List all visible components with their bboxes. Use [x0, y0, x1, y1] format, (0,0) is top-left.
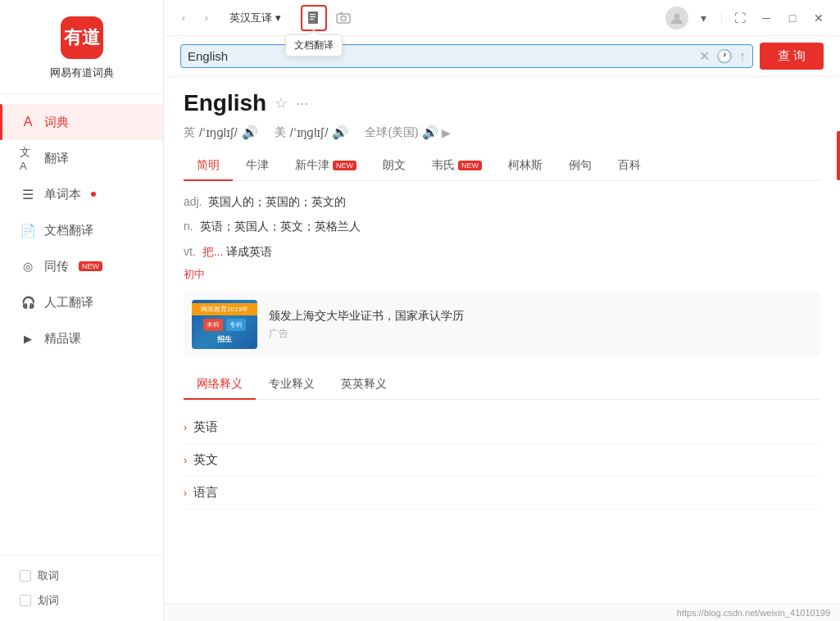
net-item-label-2: 语言: [193, 485, 218, 501]
quci-checkbox-box[interactable]: [20, 570, 31, 582]
ad-tag-bachelor: 本科: [203, 319, 223, 331]
ad-thumb-mid: 本科 专科: [200, 315, 249, 334]
close-button[interactable]: ✕: [807, 7, 830, 29]
quci-checkbox[interactable]: 取词: [20, 569, 143, 583]
doc-translate-button[interactable]: [301, 5, 327, 31]
def-adj-text: 英国人的；英国的；英文的: [208, 195, 346, 208]
dict-icon: A: [20, 114, 36, 130]
user-avatar[interactable]: [665, 7, 688, 29]
svg-point-5: [341, 16, 346, 20]
dict-tabs: 简明 牛津 新牛津 NEW 朗文 韦氏 NEW 柯林斯 例句 百科: [184, 152, 820, 181]
forward-button[interactable]: ›: [197, 8, 216, 28]
net-item-0[interactable]: › 英语: [184, 411, 820, 444]
global-sound-icon: 🔊: [422, 125, 438, 140]
ad-label: 广告: [269, 327, 812, 341]
tab-collins[interactable]: 柯林斯: [495, 152, 556, 181]
level-tag: 初中: [184, 267, 820, 282]
sidebar-item-translate[interactable]: 文A 翻译: [0, 140, 163, 176]
sidebar-nav: A 词典 文A 翻译 ☰ 单词本 📄 文档翻译 ◎ 同传 NEW 🎧 人工翻译 …: [0, 94, 163, 555]
minimize-button[interactable]: ─: [755, 7, 778, 29]
tab-oxford[interactable]: 牛津: [233, 152, 282, 181]
sidebar-item-label: 同传: [44, 259, 69, 274]
sidebar-item-label: 词典: [44, 115, 69, 130]
statusbar: https://blog.csdn.net/weixin_41010199: [164, 603, 840, 621]
app-name: 网易有道词典: [50, 66, 114, 80]
export-button[interactable]: ↑: [739, 49, 746, 64]
status-url: https://blog.csdn.net/weixin_41010199: [677, 608, 830, 618]
dot-badge: [91, 192, 96, 197]
doc-translate-icon: 📄: [20, 222, 36, 238]
search-input-wrapper: ✕ 🕐 ↑: [180, 44, 753, 68]
tab-encyclopedia[interactable]: 百科: [605, 152, 654, 181]
sidebar-item-label: 人工翻译: [44, 295, 93, 310]
doc-translate-tooltip: 文档翻译: [285, 34, 343, 57]
net-tab-professional[interactable]: 专业释义: [256, 370, 328, 400]
tab-jianming[interactable]: 简明: [184, 152, 233, 181]
new-badge: NEW: [79, 261, 102, 271]
def-vt-link[interactable]: 把...: [202, 245, 224, 258]
net-item-1[interactable]: › 英文: [184, 444, 820, 477]
net-item-label-1: 英文: [193, 452, 218, 468]
star-button[interactable]: ☆: [275, 94, 288, 112]
sidebar-item-courses[interactable]: ▶ 精品课: [0, 320, 163, 356]
huaci-checkbox-box[interactable]: [20, 595, 31, 606]
sidebar-item-wordbook[interactable]: ☰ 单词本: [0, 176, 163, 212]
sidebar-item-label: 单词本: [44, 187, 81, 202]
user-menu-arrow[interactable]: ▾: [692, 7, 715, 29]
search-button[interactable]: 查 询: [760, 43, 824, 70]
history-button[interactable]: 🕐: [716, 48, 733, 64]
maximize-button[interactable]: □: [781, 7, 804, 29]
pron-american-ipa: /ˈɪŋɡlɪʃ/: [290, 126, 329, 139]
logo-icon: 有道: [61, 16, 103, 59]
clear-button[interactable]: ✕: [699, 48, 710, 64]
camera-icon: [336, 11, 351, 25]
sidebar-item-label: 翻译: [44, 151, 69, 166]
translate-mode-selector[interactable]: 英汉互译 ▾: [223, 7, 288, 29]
ad-thumbnail: 网络教育2019年 本科 专科 招生: [192, 300, 257, 349]
fullscreen-button[interactable]: ⛶: [729, 7, 751, 29]
camera-button[interactable]: [330, 5, 356, 31]
logo-text: 有道: [64, 25, 100, 50]
sidebar-item-human-translate[interactable]: 🎧 人工翻译: [0, 284, 163, 320]
net-tab-network[interactable]: 网络释义: [184, 370, 256, 400]
window-controls: ▾ ⛶ ─ □ ✕: [665, 7, 830, 29]
more-button[interactable]: ···: [296, 95, 308, 112]
def-n-text: 英语；英国人；英文；英格兰人: [200, 220, 361, 233]
expand-icon-0: ›: [184, 422, 187, 433]
nav-arrows: ‹ ›: [174, 8, 216, 28]
global-arrow: ▶: [442, 126, 451, 139]
tab-new-oxford[interactable]: 新牛津 NEW: [282, 152, 370, 181]
search-input[interactable]: [188, 49, 699, 63]
back-button[interactable]: ‹: [174, 8, 193, 28]
pron-british-sound[interactable]: 🔊: [242, 125, 258, 140]
pron-american-sound[interactable]: 🔊: [332, 125, 348, 140]
translate-mode-label: 英汉互译: [229, 11, 272, 25]
net-item-2[interactable]: › 语言: [184, 477, 820, 510]
tab-weishi[interactable]: 韦氏 NEW: [419, 152, 495, 181]
tab-examples[interactable]: 例句: [556, 152, 605, 181]
main-panel: ‹ › 英汉互译 ▾ 文档翻译: [164, 0, 840, 621]
svg-rect-1: [310, 14, 316, 15]
doc-translate-wrapper: 文档翻译: [301, 5, 327, 31]
translate-mode-arrow: ▾: [275, 11, 281, 24]
ad-thumb-extra: 招生: [217, 334, 232, 347]
translate-icon: 文A: [20, 150, 36, 166]
sidebar-item-label: 文档翻译: [44, 223, 93, 238]
ad-thumb-top: 网络教育2019年: [192, 303, 257, 315]
svg-point-7: [347, 15, 349, 16]
search-actions: ✕ 🕐 ↑: [699, 48, 746, 64]
ad-card[interactable]: 网络教育2019年 本科 专科 招生 颁发上海交大毕业证书，国家承认学历 广告: [184, 292, 820, 357]
huaci-checkbox[interactable]: 划词: [20, 593, 143, 608]
pron-american-label: 美: [275, 125, 286, 140]
avatar-icon: [670, 11, 684, 25]
sidebar-item-dict[interactable]: A 词典: [0, 104, 163, 140]
sidebar-item-sync[interactable]: ◎ 同传 NEW: [0, 248, 163, 284]
sidebar-item-doc-translate[interactable]: 📄 文档翻译: [0, 212, 163, 248]
net-tab-english[interactable]: 英英释义: [328, 370, 400, 400]
pos-n: n.: [184, 220, 193, 233]
courses-icon: ▶: [20, 330, 36, 347]
global-sound[interactable]: 全球(美国) 🔊 ▶: [365, 125, 450, 140]
pos-vt: vt.: [184, 245, 196, 258]
tab-langwen[interactable]: 朗文: [370, 152, 419, 181]
search-bar: ✕ 🕐 ↑ 查 询: [164, 36, 840, 77]
